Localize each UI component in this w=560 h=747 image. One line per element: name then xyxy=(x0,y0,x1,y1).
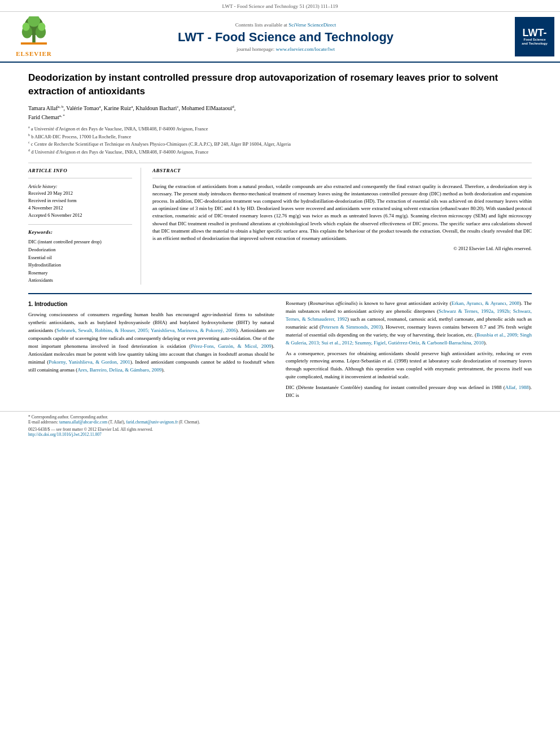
svg-point-6 xyxy=(23,23,30,31)
ref-schwarz[interactable]: Schwarz & Ternes, 1992a, 1992b; Schwarz,… xyxy=(286,308,532,322)
page: LWT - Food Science and Technology 51 (20… xyxy=(0,0,560,747)
ref-allaf[interactable]: Allaf, 1988 xyxy=(505,385,529,390)
author-farid: Farid Chemata, * xyxy=(28,114,65,120)
right-para3: DIC (Détente Instantanée Contrôlée) stan… xyxy=(286,384,532,400)
journal-header-right: LWT- Food Scienceand Technology xyxy=(509,17,554,56)
keywords-section: Keywords: DIC (instant controlled pressu… xyxy=(28,229,132,285)
doi-link[interactable]: http://dx.doi.org/10.1016/j.lwt.2012.11.… xyxy=(28,432,102,437)
abstract-column: ABSTRACT During the extraction of antiox… xyxy=(152,168,532,285)
footer: * Corresponding author. Corresponding au… xyxy=(0,411,560,440)
history-label: Article history: xyxy=(28,183,132,190)
affiliations: a a Université d'Avignon et des Pays de … xyxy=(28,125,532,155)
separator-kw xyxy=(28,224,132,225)
elsevier-logo: ELSEVIER xyxy=(6,16,62,57)
journal-header: ELSEVIER Contents lists available at Sci… xyxy=(0,12,560,63)
keywords-label: Keywords: xyxy=(28,229,132,235)
abstract-label: ABSTRACT xyxy=(152,168,532,173)
keyword-2: Deodorization xyxy=(28,246,132,254)
lwt-badge-sub: Food Scienceand Technology xyxy=(522,38,548,46)
abstract-text: During the extraction of antioxidants fr… xyxy=(152,183,532,243)
ref-pokorny[interactable]: Pokorny, Yanishlieva, & Gordon, 2001 xyxy=(49,359,130,365)
ref-petersen[interactable]: Petersen & Simmonds, 2003 xyxy=(321,324,381,330)
elsevier-logo-area: ELSEVIER xyxy=(6,16,62,57)
body-right-col: Rosemary (Rosmarinus officinalis) is kno… xyxy=(286,300,532,403)
ref-bousbia[interactable]: Bousbia et al., 2009; Singh & Guleria, 2… xyxy=(286,332,532,346)
article-content: Deodorization by instant controlled pres… xyxy=(0,63,560,293)
journal-title: LWT - Food Science and Technology xyxy=(62,30,509,45)
article-info-abstract: ARTICLE INFO Article history: Received 2… xyxy=(28,168,532,285)
footer-doi[interactable]: http://dx.doi.org/10.1016/j.lwt.2012.11.… xyxy=(28,432,532,437)
separator-1 xyxy=(28,163,532,163)
affiliation-d: d d Université d'Avignon et des Pays de … xyxy=(28,148,532,156)
ref-erkan[interactable]: Erkan, Ayrancı, & Ayrancı, 2008 xyxy=(452,300,519,306)
keyword-5: Rosemary xyxy=(28,269,132,277)
corresponding-label: Corresponding author. xyxy=(71,414,108,420)
lwt-badge-main: LWT- xyxy=(523,28,547,38)
article-history: Article history: Received 20 May 2012 Re… xyxy=(28,183,132,219)
affiliation-c: c c Centre de Recherche Scientifique et … xyxy=(28,140,532,148)
keyword-1: DIC (instant controlled pressure drop) xyxy=(28,238,132,246)
body-section: 1. Introduction Growing consciousness of… xyxy=(0,294,560,411)
journal-homepage: journal homepage: www.elsevier.com/locat… xyxy=(62,46,509,52)
article-info-label: ARTICLE INFO xyxy=(28,168,132,173)
right-para2: As a consequence, processes for obtainin… xyxy=(286,350,532,382)
journal-header-center: Contents lists available at SciVerse Sci… xyxy=(62,22,509,52)
separator-abstract xyxy=(152,178,532,178)
received-revised: Received in revised form xyxy=(28,197,132,204)
svg-rect-0 xyxy=(21,42,47,45)
elsevier-tree-icon xyxy=(14,16,54,50)
elsevier-label: ELSEVIER xyxy=(16,50,52,57)
keyword-4: Hydrodistillation xyxy=(28,261,132,269)
article-info-column: ARTICLE INFO Article history: Received 2… xyxy=(28,168,141,285)
email-addresses: tamara.allaf@abcar-dic.com (T. Allaf), f… xyxy=(59,420,200,425)
email-farid[interactable]: farid.chemat@univ-avignon.fr xyxy=(126,420,177,425)
ref-sebranek[interactable]: Sebranek, Sewalt, Robbins, & Houser, 200… xyxy=(56,327,236,333)
separator-info xyxy=(28,178,132,178)
intro-para1: Growing consciousness of consumers regar… xyxy=(28,311,274,374)
authors: Tamara Allafa, b, Valérie Tomaoa, Karine… xyxy=(28,104,532,123)
footer-license: 0023-6438/$ — see front matter © 2012 El… xyxy=(28,427,532,432)
author-tamara: Tamara Allafa, b, Valérie Tomaoa, Karine… xyxy=(28,105,235,111)
affiliation-a: a a Université d'Avignon et des Pays de … xyxy=(28,125,532,133)
ref-ares[interactable]: Ares, Barreiro, Deliza, & Gámbaro, 2009 xyxy=(77,367,161,373)
homepage-url[interactable]: www.elsevier.com/locate/lwt xyxy=(276,46,335,52)
svg-point-7 xyxy=(38,23,45,31)
article-title: Deodorization by instant controlled pres… xyxy=(28,71,532,98)
ref-perez[interactable]: Pérez-Fons, Garzón, & Micol, 2009 xyxy=(191,343,272,349)
accepted-date: Accepted 6 November 2012 xyxy=(28,212,132,219)
body-two-col: 1. Introduction Growing consciousness of… xyxy=(28,300,532,403)
keyword-6: Antioxidants xyxy=(28,277,132,285)
sciverse-link[interactable]: SciVerse ScienceDirect xyxy=(288,22,336,28)
revised-date: 4 November 2012 xyxy=(28,204,132,212)
intro-heading: 1. Introduction xyxy=(28,300,274,309)
footnote-emails: E-mail addresses: tamara.allaf@abcar-dic… xyxy=(28,420,532,425)
received-date: Received 20 May 2012 xyxy=(28,190,132,197)
journal-citation: LWT - Food Science and Technology 51 (20… xyxy=(222,3,338,9)
top-bar: LWT - Food Science and Technology 51 (20… xyxy=(0,0,560,12)
lwt-badge: LWT- Food Scienceand Technology xyxy=(515,17,554,56)
right-para1: Rosemary (Rosmarinus officinalis) is kno… xyxy=(286,300,532,347)
affiliation-b: b b ABCAR-DIC Process, 17000 La Rochelle… xyxy=(28,133,532,141)
sciverse-line: Contents lists available at SciVerse Sci… xyxy=(62,22,509,28)
copyright: © 2012 Elsevier Ltd. All rights reserved… xyxy=(152,246,532,251)
keyword-3: Essential oil xyxy=(28,254,132,262)
body-left-col: 1. Introduction Growing consciousness of… xyxy=(28,300,274,403)
footnote-corresponding: * Corresponding author. Corresponding au… xyxy=(28,414,532,420)
email-tamara[interactable]: tamara.allaf@abcar-dic.com xyxy=(59,420,107,425)
